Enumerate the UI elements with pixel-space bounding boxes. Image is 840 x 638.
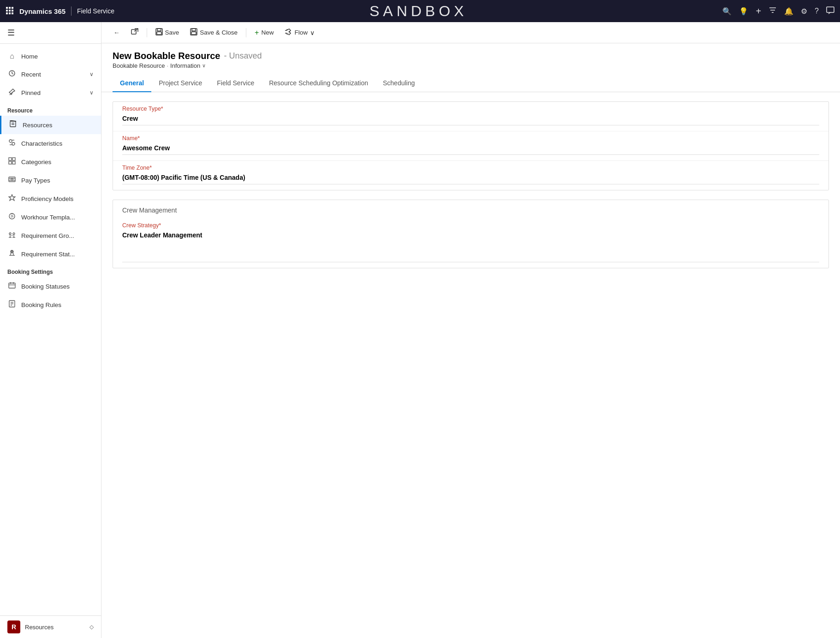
plus-icon[interactable]: + bbox=[756, 6, 761, 17]
section-booking-label: Booking Settings bbox=[0, 263, 101, 277]
timezone-field: Time Zone* (GMT-08:00) Pacific Time (US … bbox=[113, 160, 828, 190]
name-field: Name* Awesome Crew bbox=[113, 131, 828, 160]
recent-chevron: ∨ bbox=[89, 71, 94, 77]
sidebar-item-pinned-label: Pinned bbox=[21, 89, 41, 96]
svg-rect-27 bbox=[12, 161, 15, 164]
chat-icon[interactable] bbox=[826, 6, 834, 16]
save-close-icon bbox=[190, 28, 197, 37]
sidebar-item-booking-statuses[interactable]: Booking Statuses bbox=[0, 277, 101, 295]
brand: Dynamics 365 bbox=[19, 7, 66, 15]
sidebar-item-proficiency[interactable]: Proficiency Models bbox=[0, 189, 101, 208]
sidebar-item-resources[interactable]: Resources bbox=[0, 116, 101, 134]
sidebar-item-req-statuses[interactable]: Requirement Stat... bbox=[0, 245, 101, 263]
tab-resource-scheduling[interactable]: Resource Scheduling Optimization bbox=[262, 75, 375, 92]
sidebar-item-req-groups[interactable]: Requirement Gro... bbox=[0, 226, 101, 245]
tab-project-service[interactable]: Project Service bbox=[151, 75, 209, 92]
search-icon[interactable]: 🔍 bbox=[722, 7, 732, 16]
filter-icon[interactable] bbox=[769, 6, 777, 16]
sandbox-label: SANDBOX bbox=[114, 3, 722, 20]
topbar: Dynamics 365 Field Service SANDBOX 🔍 💡 +… bbox=[0, 0, 840, 22]
req-statuses-icon bbox=[7, 249, 17, 259]
flow-button[interactable]: Flow ∨ bbox=[280, 26, 319, 39]
save-button[interactable]: Save bbox=[151, 26, 184, 39]
svg-rect-26 bbox=[9, 161, 12, 164]
name-label: Name* bbox=[122, 135, 819, 142]
svg-rect-25 bbox=[12, 158, 15, 160]
resource-info-fields: Resource Type* Crew Name* Awesome Crew T… bbox=[113, 102, 828, 190]
sidebar-item-workhour[interactable]: Workhour Templa... bbox=[0, 208, 101, 226]
sidebar-item-pay-types[interactable]: Pay Types bbox=[0, 171, 101, 189]
svg-point-44 bbox=[12, 251, 13, 253]
resource-type-value[interactable]: Crew bbox=[122, 114, 819, 125]
settings-icon[interactable]: ⚙ bbox=[801, 7, 807, 16]
crew-strategy-value[interactable]: Crew Leader Management bbox=[122, 230, 819, 262]
new-label: New bbox=[261, 29, 274, 36]
sidebar-item-booking-rules[interactable]: Booking Rules bbox=[0, 295, 101, 314]
sidebar-item-home[interactable]: ⌂ Home bbox=[0, 47, 101, 65]
breadcrumb-chevron: ∨ bbox=[202, 63, 206, 69]
name-value[interactable]: Awesome Crew bbox=[122, 143, 819, 155]
svg-marker-32 bbox=[9, 195, 15, 201]
recent-icon bbox=[7, 70, 17, 79]
workhour-icon bbox=[7, 213, 17, 222]
svg-rect-2 bbox=[12, 7, 13, 9]
breadcrumb-sep: · bbox=[167, 62, 168, 69]
breadcrumb-view[interactable]: Information ∨ bbox=[170, 62, 206, 69]
resource-info-section: Resource Type* Crew Name* Awesome Crew T… bbox=[113, 101, 829, 190]
crew-strategy-field: Crew Strategy* Crew Leader Management bbox=[113, 219, 828, 268]
svg-rect-8 bbox=[12, 12, 13, 14]
topbar-module: Field Service bbox=[77, 7, 114, 15]
sidebar-item-req-groups-label: Requirement Gro... bbox=[21, 232, 74, 239]
save-close-button[interactable]: Save & Close bbox=[185, 26, 242, 39]
svg-rect-28 bbox=[9, 177, 15, 182]
crew-management-title: Crew Management bbox=[113, 200, 828, 219]
timezone-value[interactable]: (GMT-08:00) Pacific Time (US & Canada) bbox=[122, 173, 819, 184]
svg-rect-7 bbox=[9, 12, 11, 14]
tab-field-service[interactable]: Field Service bbox=[209, 75, 262, 92]
page-title: New Bookable Resource - Unsaved bbox=[113, 51, 829, 61]
characteristics-icon bbox=[7, 139, 17, 148]
sidebar-item-characteristics[interactable]: Characteristics bbox=[0, 134, 101, 153]
tab-general[interactable]: General bbox=[113, 75, 151, 92]
lightbulb-icon[interactable]: 💡 bbox=[739, 7, 748, 16]
hamburger-icon[interactable]: ☰ bbox=[7, 28, 15, 37]
svg-rect-5 bbox=[12, 10, 13, 12]
sidebar-item-pinned[interactable]: Pinned ∨ bbox=[0, 83, 101, 102]
sidebar-footer[interactable]: R Resources ◇ bbox=[0, 615, 101, 638]
svg-rect-59 bbox=[157, 29, 161, 31]
sidebar-item-recent[interactable]: Recent ∨ bbox=[0, 65, 101, 83]
topbar-icons: 🔍 💡 + 🔔 ⚙ ? bbox=[722, 6, 834, 17]
main-layout: ☰ ⌂ Home Recent ∨ bbox=[0, 22, 840, 638]
svg-rect-6 bbox=[6, 12, 8, 14]
sidebar-item-booking-rules-label: Booking Rules bbox=[21, 301, 61, 308]
sidebar-item-characteristics-label: Characteristics bbox=[21, 140, 62, 147]
sidebar-item-home-label: Home bbox=[21, 53, 38, 60]
topbar-divider bbox=[71, 6, 71, 16]
new-button[interactable]: + New bbox=[250, 26, 278, 39]
back-button[interactable]: ← bbox=[109, 27, 125, 38]
breadcrumb-entity[interactable]: Bookable Resource bbox=[113, 62, 165, 69]
svg-rect-62 bbox=[192, 29, 196, 31]
help-icon[interactable]: ? bbox=[815, 7, 819, 15]
cmd-divider-1 bbox=[147, 28, 147, 37]
pinned-chevron: ∨ bbox=[89, 89, 94, 96]
page-title-text: New Bookable Resource bbox=[113, 51, 220, 61]
svg-rect-3 bbox=[6, 10, 8, 12]
svg-point-37 bbox=[13, 233, 15, 235]
open-new-window-button[interactable] bbox=[126, 26, 143, 39]
svg-rect-16 bbox=[10, 121, 16, 127]
sidebar-nav: ⌂ Home Recent ∨ Pinned ∨ bbox=[0, 44, 101, 615]
sidebar-item-booking-statuses-label: Booking Statuses bbox=[21, 283, 70, 290]
booking-statuses-icon bbox=[7, 282, 17, 291]
save-icon bbox=[155, 28, 163, 37]
new-icon: + bbox=[255, 29, 259, 37]
brand-name: Dynamics 365 bbox=[19, 7, 66, 15]
sidebar-item-categories[interactable]: Categories bbox=[0, 153, 101, 171]
bell-icon[interactable]: 🔔 bbox=[784, 7, 793, 16]
breadcrumb-view-label: Information bbox=[170, 62, 200, 69]
sidebar-item-workhour-label: Workhour Templa... bbox=[21, 214, 75, 221]
home-icon: ⌂ bbox=[7, 52, 17, 60]
grid-icon[interactable] bbox=[6, 6, 14, 16]
svg-rect-1 bbox=[9, 7, 11, 9]
tab-scheduling[interactable]: Scheduling bbox=[375, 75, 422, 92]
